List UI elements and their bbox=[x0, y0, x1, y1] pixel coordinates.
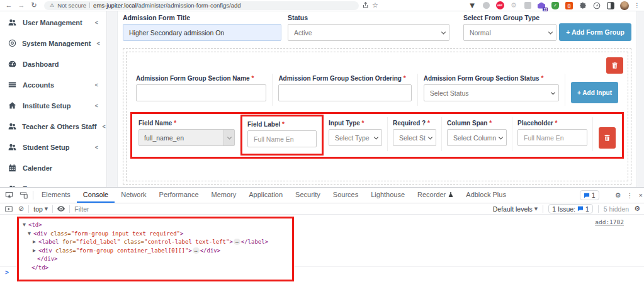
devtools-close-icon[interactable]: × bbox=[639, 191, 643, 199]
gray-square-extension-icon[interactable] bbox=[523, 1, 532, 10]
field-label-input[interactable] bbox=[247, 130, 317, 147]
toggle-spacer bbox=[31, 255, 37, 264]
profile-avatar[interactable] bbox=[620, 1, 629, 10]
chevron-down-icon bbox=[551, 90, 555, 94]
console-output: ▼<td>▼<div class="form-group input text … bbox=[0, 215, 644, 306]
clear-console-icon[interactable]: ⊘ bbox=[18, 205, 24, 213]
sidebar-item-system-management[interactable]: System Management< bbox=[0, 33, 106, 54]
field-row-annotation: Field Name * full_name_en Field Label * bbox=[130, 112, 624, 159]
chrome-menu-icon[interactable]: ⋮ bbox=[634, 2, 640, 9]
column-span-select[interactable]: Select Column Span bbox=[447, 129, 507, 146]
sidebar-item-calender[interactable]: Calender bbox=[0, 157, 106, 178]
group-type-select[interactable]: Normal bbox=[463, 24, 556, 41]
devtools-tab-memory[interactable]: Memory bbox=[205, 188, 243, 203]
log-levels-select[interactable]: Default levels▼ bbox=[493, 205, 538, 213]
chevron-down-icon bbox=[428, 135, 432, 139]
required-select[interactable]: Select Status bbox=[393, 129, 436, 146]
devtools-tab-lighthouse[interactable]: Lighthouse bbox=[364, 188, 411, 203]
field-name-select[interactable]: full_name_en bbox=[138, 129, 235, 146]
devtools-tab-network[interactable]: Network bbox=[115, 188, 152, 203]
sidebar-item-teacher-others-staff[interactable]: Teacher & Others Staff< bbox=[0, 116, 106, 137]
chevron-left-icon: < bbox=[95, 103, 98, 109]
add-input-button[interactable]: + Add Input bbox=[571, 82, 618, 103]
purple-extension-icon[interactable]: 23 bbox=[537, 1, 546, 10]
page-content: User Management<System Management<Dashbo… bbox=[0, 11, 644, 187]
bookmark-star-icon[interactable]: ☆ bbox=[372, 1, 378, 9]
section-ordering-input[interactable] bbox=[278, 84, 411, 101]
reload-icon[interactable]: ↻ bbox=[29, 0, 39, 11]
vimium-extension-icon[interactable]: ▼ bbox=[468, 1, 477, 10]
code-token-attr: for= bbox=[59, 239, 76, 245]
inspect-element-icon[interactable] bbox=[2, 188, 16, 203]
sidebar-item-label: Teacher & Others Staff bbox=[22, 123, 96, 130]
code-token-tag: </div> bbox=[200, 247, 221, 254]
devtools-panel: ElementsConsoleNetworkPerformanceMemoryA… bbox=[0, 187, 644, 306]
console-settings-icon[interactable]: ⚙ bbox=[634, 205, 640, 213]
devtools-tab-security[interactable]: Security bbox=[289, 188, 327, 203]
shield-extension-icon[interactable]: ✓ bbox=[551, 1, 560, 10]
placeholder-label: Placeholder * bbox=[517, 120, 587, 127]
devtools-tab-adblock-plus[interactable]: Adblock Plus bbox=[460, 188, 512, 203]
section-name-input[interactable] bbox=[136, 84, 266, 101]
code-token-attr: class= bbox=[47, 230, 71, 237]
placeholder-input[interactable] bbox=[517, 129, 587, 146]
braces-extension-icon[interactable]: {} bbox=[565, 1, 573, 10]
expand-toggle-icon[interactable]: ▶ bbox=[33, 238, 38, 247]
back-icon[interactable]: ← bbox=[4, 0, 14, 11]
chevron-down-icon bbox=[548, 30, 553, 34]
puzzle-extensions-icon[interactable] bbox=[579, 1, 587, 10]
console-source-link[interactable]: add:1702 bbox=[595, 218, 624, 225]
devtools-tab-console[interactable]: Console bbox=[77, 188, 115, 203]
collapsed-ellipsis[interactable]: … bbox=[234, 239, 240, 245]
sidebar-item-dashboard[interactable]: Dashboard bbox=[0, 54, 106, 74]
expand-toggle-icon[interactable]: ▼ bbox=[28, 230, 33, 239]
form-group-inner: Admission Form Group Section Name * Admi… bbox=[126, 52, 628, 181]
field-name-label: Field Name * bbox=[138, 120, 235, 127]
delete-field-button[interactable] bbox=[599, 127, 616, 149]
device-toolbar-icon[interactable] bbox=[16, 188, 31, 203]
forward-icon[interactable]: → bbox=[16, 0, 26, 11]
console-sidebar-toggle-icon[interactable] bbox=[4, 206, 14, 212]
share-icon[interactable] bbox=[361, 2, 368, 9]
code-token-tag: </div> bbox=[37, 256, 58, 262]
adblock-plus-extension-icon[interactable]: ABP bbox=[495, 1, 504, 10]
devtools-tab-application[interactable]: Application bbox=[242, 188, 289, 203]
sidebar-item-user-management[interactable]: User Management< bbox=[0, 12, 106, 33]
devtools-menu-icon[interactable]: ⋮ bbox=[627, 192, 633, 199]
not-secure-warning-icon[interactable]: ⚠ bbox=[50, 3, 54, 8]
console-code-line: ▶<label for="field_label" class="control… bbox=[23, 238, 288, 247]
sidebar-item-student-setup[interactable]: Student Setup< bbox=[0, 137, 106, 157]
issues-counter[interactable]: 1 Issue: 1 bbox=[548, 204, 593, 213]
delete-group-button[interactable] bbox=[606, 57, 623, 74]
calendar-icon bbox=[8, 164, 17, 172]
address-bar[interactable]: ⚠ Not secure ems-jupiter.local/administe… bbox=[44, 1, 359, 10]
status-select[interactable]: Active bbox=[288, 24, 449, 41]
gear-extension-icon[interactable]: ⚙ bbox=[509, 1, 518, 10]
dark-mode-extension-icon[interactable] bbox=[606, 1, 615, 10]
input-type-select[interactable]: Select Type bbox=[329, 129, 382, 146]
console-filter-input[interactable] bbox=[74, 205, 263, 213]
devtools-tab-performance[interactable]: Performance bbox=[153, 188, 205, 203]
console-messages-badge[interactable]: 1 bbox=[580, 190, 599, 200]
add-form-group-button[interactable]: + Add Form Group bbox=[559, 23, 631, 41]
expand-toggle-icon[interactable]: ▼ bbox=[23, 221, 28, 230]
javascript-context-select[interactable]: top▼ bbox=[33, 205, 48, 213]
devtools-tab-recorder[interactable]: Recorder bbox=[411, 188, 460, 203]
admission-form-title-input[interactable] bbox=[123, 24, 281, 41]
collapsed-ellipsis[interactable]: … bbox=[193, 247, 200, 254]
console-prompt-chevron[interactable]: > bbox=[5, 269, 9, 276]
hidden-messages-label[interactable]: 5 hidden bbox=[604, 205, 629, 213]
url-text[interactable]: ems-jupiter.local/administer/admission-f… bbox=[93, 2, 240, 9]
expand-toggle-icon[interactable]: ▶ bbox=[33, 247, 38, 256]
devtools-tab-sources[interactable]: Sources bbox=[327, 188, 364, 203]
live-expression-eye-icon[interactable] bbox=[57, 206, 65, 212]
sidebar-item-institute-setup[interactable]: Institute Setup< bbox=[0, 95, 106, 116]
devtools-tab-elements[interactable]: Elements bbox=[35, 188, 77, 203]
gray-extension-icon[interactable] bbox=[482, 1, 490, 10]
section-status-select[interactable]: Select Status bbox=[424, 84, 559, 101]
sidebar-item-accounts[interactable]: Accounts< bbox=[0, 74, 106, 95]
code-token-tag: </label> bbox=[241, 239, 268, 245]
speed-extension-icon[interactable] bbox=[592, 1, 601, 10]
sidebar-item-exam[interactable]: Exam< bbox=[0, 178, 106, 187]
devtools-settings-icon[interactable]: ⚙ bbox=[615, 191, 621, 200]
